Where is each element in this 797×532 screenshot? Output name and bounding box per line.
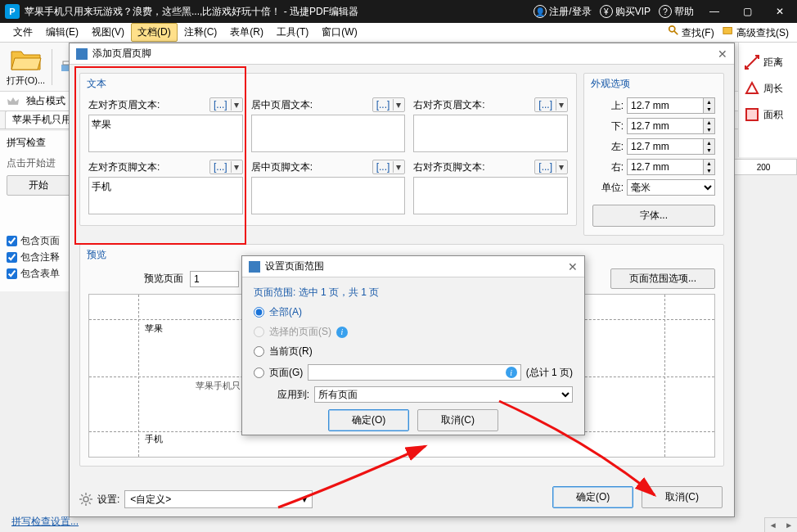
buy-vip-button[interactable]: ¥购买VIP [600, 5, 651, 19]
dialog2-cancel-button[interactable]: 取消(C) [417, 409, 498, 431]
scroll-left[interactable]: ◄ [765, 521, 781, 530]
range-all-radio[interactable] [254, 307, 264, 318]
apply-to-label: 应用到: [270, 388, 309, 402]
footer-center-input[interactable] [251, 177, 406, 214]
distance-label: 距离 [763, 56, 783, 70]
footer-right-macro-button[interactable]: [...]▾ [534, 160, 568, 174]
dialog2-close-button[interactable]: ✕ [568, 260, 578, 273]
maximize-button[interactable]: ▢ [735, 6, 759, 17]
preview-header-left: 苹果 [145, 322, 163, 335]
perimeter-tool[interactable]: 周长 [739, 75, 797, 101]
menubar: 文件 编辑(E) 视图(V) 文档(D) 注释(C) 表单(R) 工具(T) 窗… [0, 23, 797, 43]
settings-combo[interactable]: <自定义>▾ [124, 490, 313, 508]
spell-hint: 点击开始进 [7, 156, 70, 170]
range-pages-radio[interactable] [254, 367, 264, 378]
appearance-title: 外观选项 [591, 77, 715, 91]
dialog2-titlebar: 设置页面范围 ✕ [242, 256, 584, 277]
info-icon[interactable]: i [336, 327, 348, 338]
distance-tool[interactable]: 距离 [739, 49, 797, 75]
perimeter-icon [744, 80, 760, 97]
font-button[interactable]: 字体... [592, 205, 715, 227]
area-icon [744, 106, 760, 123]
dialog-close-button[interactable]: ✕ [718, 47, 727, 61]
margin-left-input[interactable]: ▲▼ [627, 138, 715, 155]
range-selected-label: 选择的页面(S) [269, 325, 331, 339]
footer-left-input[interactable]: 手机 [88, 177, 243, 214]
spell-title: 拼写检查 [7, 136, 70, 150]
unit-label: 单位: [592, 181, 624, 195]
login-label: 注册/登录 [549, 5, 591, 19]
help-button[interactable]: ?帮助 [659, 5, 694, 19]
dialog-ok-button[interactable]: 确定(O) [552, 486, 633, 508]
svg-point-0 [669, 26, 675, 32]
menu-document[interactable]: 文档(D) [131, 23, 178, 42]
footer-right-input[interactable] [413, 177, 568, 214]
monopoly-label[interactable]: 独占模式 [26, 94, 65, 108]
margin-right-input[interactable]: ▲▼ [627, 159, 715, 175]
unit-select[interactable]: 毫米 [627, 179, 715, 196]
preview-page-input[interactable] [190, 271, 239, 287]
range-current-radio[interactable] [254, 346, 264, 357]
include-page-check[interactable] [7, 236, 17, 246]
menu-view[interactable]: 视图(V) [85, 23, 131, 42]
open-button[interactable]: 打开(O)... [7, 47, 45, 87]
settings-value: <自定义> [130, 493, 171, 507]
doc-tab[interactable]: 苹果手机只用 [5, 110, 79, 128]
settings-label: 设置: [97, 493, 119, 507]
menu-comment[interactable]: 注释(C) [178, 23, 224, 42]
header-center-input[interactable] [251, 115, 406, 152]
info-icon-2[interactable]: i [506, 367, 517, 378]
menu-window[interactable]: 窗口(W) [315, 23, 363, 42]
include-comment-label: 包含注释 [20, 250, 60, 264]
scroll-corner: ◄ ► [764, 517, 797, 532]
login-button[interactable]: 👤注册/登录 [534, 5, 591, 19]
menu-form[interactable]: 表单(R) [223, 23, 270, 42]
area-tool[interactable]: 面积 [739, 101, 797, 128]
margin-right-label: 右: [592, 160, 624, 174]
open-label: 打开(O)... [7, 74, 45, 87]
text-group: 文本 左对齐页眉文本: [...]▾ 苹果 居中页眉文本: [...]▾ [79, 73, 577, 226]
margin-bottom-input[interactable]: ▲▼ [627, 118, 715, 134]
minimize-button[interactable]: — [702, 6, 727, 17]
find-button[interactable]: 查找(F) [668, 25, 714, 40]
distance-icon [744, 54, 760, 70]
scroll-right[interactable]: ► [781, 521, 798, 530]
header-left-input[interactable]: 苹果 [88, 115, 243, 152]
margin-bottom-label: 下: [592, 119, 624, 133]
include-page-label: 包含页面 [20, 234, 60, 248]
margin-top-input[interactable]: ▲▼ [627, 97, 715, 114]
apply-to-select[interactable]: 所有页面 [314, 386, 573, 403]
adv-find-button[interactable]: 高级查找(S) [723, 25, 789, 40]
measure-panel: 距离 周长 面积 [738, 43, 797, 157]
menu-file[interactable]: 文件 [7, 23, 39, 42]
gear-icon [79, 493, 92, 506]
vip-label: 购买VIP [615, 5, 651, 19]
menu-tool[interactable]: 工具(T) [270, 23, 315, 42]
close-button[interactable]: ✕ [768, 6, 792, 17]
include-form-check[interactable] [7, 268, 17, 279]
dialog2-ok-button[interactable]: 确定(O) [328, 409, 409, 431]
page-range-options-button[interactable]: 页面范围选项... [610, 268, 715, 289]
svg-point-6 [83, 497, 88, 502]
include-form-label: 包含表单 [20, 267, 60, 281]
range-pages-label: 页面(G) [269, 366, 303, 380]
header-right-input[interactable] [413, 115, 568, 152]
settings-row: 设置: <自定义>▾ [79, 490, 313, 508]
window-title: 苹果手机只用来玩游戏？浪费，这些黑...,比游戏好玩十倍！ - 迅捷PDF编辑器 [25, 5, 534, 19]
preview-page-label: 预览页面 [144, 272, 183, 286]
menu-edit[interactable]: 编辑(E) [39, 23, 85, 42]
header-left-macro-button[interactable]: [...]▾ [209, 97, 243, 112]
header-right-macro-button[interactable]: [...]▾ [534, 97, 568, 112]
include-comment-check[interactable] [7, 252, 17, 263]
footer-center-label: 居中页脚文本: [251, 160, 313, 174]
footer-left-macro-button[interactable]: [...]▾ [209, 160, 243, 174]
total-pages: (总计 1 页) [526, 366, 573, 380]
perimeter-label: 周长 [763, 82, 783, 96]
footer-center-macro-button[interactable]: [...]▾ [372, 160, 406, 174]
crown-icon [7, 95, 20, 108]
header-center-macro-button[interactable]: [...]▾ [372, 97, 406, 112]
spell-start-button[interactable]: 开始 [7, 175, 70, 196]
dialog-cancel-button[interactable]: 取消(C) [642, 486, 723, 508]
pages-input[interactable]: i [308, 364, 520, 381]
area-label: 面积 [763, 108, 783, 122]
